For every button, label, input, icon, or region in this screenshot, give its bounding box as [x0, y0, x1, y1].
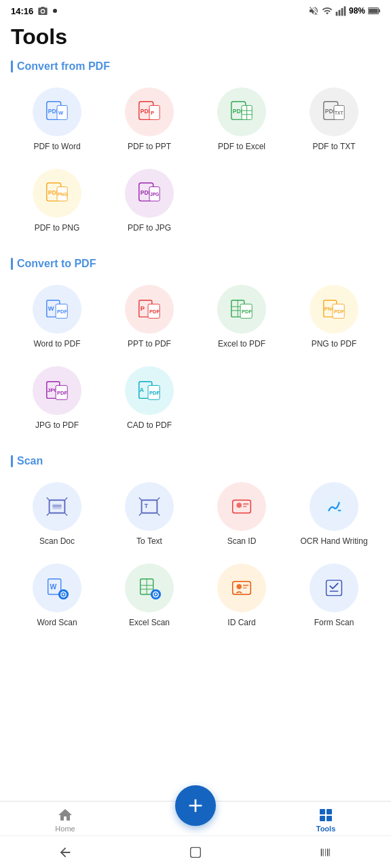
pdf-to-word-icon-wrap: PDF W: [33, 87, 81, 136]
nav-tools[interactable]: Tools: [299, 807, 353, 833]
tool-pdf-to-jpg[interactable]: PDF JPG PDF to JPG: [103, 163, 196, 242]
pdf-to-jpg-icon: PDF JPG: [136, 180, 162, 206]
word-scan-icon: W: [44, 575, 70, 601]
tool-jpg-to-pdf[interactable]: JPG PDF JPG to PDF: [11, 361, 103, 439]
tool-pdf-to-ppt[interactable]: PDF P PDF to PPT: [103, 82, 196, 161]
svg-text:JPG: JPG: [150, 191, 159, 196]
jpg-to-pdf-icon: JPG PDF: [44, 378, 70, 403]
ppt-to-pdf-icon-wrap: P PDF: [125, 285, 174, 334]
jpg-to-pdf-icon-wrap: JPG PDF: [33, 366, 81, 415]
section-header-convert-to-pdf: Convert to PDF: [11, 258, 380, 270]
fab-add-button[interactable]: [175, 785, 216, 826]
tool-ppt-to-pdf[interactable]: P PDF PPT to PDF: [103, 279, 196, 358]
tool-pdf-to-word[interactable]: PDF W PDF to Word: [11, 82, 103, 161]
convert-from-pdf-grid: PDF W PDF to Word PDF P PDF: [11, 82, 380, 241]
svg-rect-75: [243, 504, 249, 505]
pdf-to-word-label: PDF to Word: [33, 142, 80, 153]
tool-to-text[interactable]: T To Text: [103, 477, 196, 555]
pdf-to-png-icon: PDF PNG: [44, 180, 70, 206]
svg-point-0: [53, 9, 57, 13]
svg-text:PDF: PDF: [57, 389, 68, 395]
tool-excel-to-pdf[interactable]: PDF Excel to PDF: [196, 279, 288, 358]
pdf-to-excel-icon-wrap: PDF: [217, 87, 266, 136]
svg-text:P: P: [151, 110, 154, 116]
tool-id-card[interactable]: ID Card: [196, 558, 288, 637]
scan-id-icon: [229, 494, 255, 519]
android-nav-bar: [0, 835, 391, 868]
section-convert-to-pdf: Convert to PDF W PDF Word to PDF: [0, 258, 391, 450]
svg-rect-7: [369, 9, 378, 14]
svg-point-88: [155, 593, 157, 595]
time: 14:16: [11, 6, 33, 16]
scan-id-icon-wrap: [217, 482, 266, 531]
tool-pdf-to-excel[interactable]: PDF PDF to Excel: [196, 82, 288, 161]
tool-form-scan[interactable]: Form Scan: [288, 558, 380, 637]
mute-icon: [308, 5, 319, 16]
form-scan-label: Form Scan: [314, 618, 354, 629]
plus-icon: [185, 795, 206, 816]
nav-home-label: Home: [55, 825, 75, 833]
svg-text:PDF: PDF: [149, 389, 160, 395]
jpg-to-pdf-label: JPG to PDF: [35, 420, 79, 431]
tool-scan-id[interactable]: Scan ID: [196, 477, 288, 555]
tool-pdf-to-txt[interactable]: PDF TXT PDF to TXT: [288, 82, 380, 161]
svg-line-61: [47, 498, 50, 500]
svg-rect-96: [327, 809, 332, 814]
dot-icon: [52, 8, 58, 14]
section-header-convert-from-pdf: Convert from PDF: [11, 60, 380, 73]
android-recent-icon[interactable]: [318, 845, 333, 860]
svg-text:PDF: PDF: [57, 309, 68, 315]
to-text-icon: T: [136, 494, 162, 519]
form-scan-icon: [321, 575, 347, 601]
bars-icon: [335, 5, 346, 16]
tool-ocr-hand-writing[interactable]: OCR Hand Writing: [288, 477, 380, 555]
pdf-to-excel-icon: PDF: [229, 99, 255, 125]
tool-excel-scan[interactable]: Excel Scan: [103, 558, 196, 637]
scan-doc-icon-wrap: [33, 482, 81, 531]
tool-scan-doc[interactable]: Scan Doc: [11, 477, 103, 555]
ppt-to-pdf-icon: P PDF: [136, 296, 162, 322]
id-card-label: ID Card: [227, 618, 255, 629]
pdf-to-txt-icon-wrap: PDF TXT: [310, 87, 358, 136]
scan-doc-label: Scan Doc: [39, 536, 75, 547]
ocr-hand-writing-label: OCR Hand Writing: [300, 536, 367, 547]
svg-text:W: W: [50, 583, 57, 591]
pdf-to-jpg-label: PDF to JPG: [128, 223, 171, 234]
svg-text:T: T: [144, 502, 148, 509]
svg-line-69: [139, 498, 142, 500]
id-card-icon: [229, 575, 255, 601]
section-bar: [11, 60, 13, 73]
tool-pdf-to-png[interactable]: PDF PNG PDF to PNG: [11, 163, 103, 242]
ppt-to-pdf-label: PPT to PDF: [128, 339, 171, 350]
section-header-scan: Scan: [11, 455, 380, 467]
svg-rect-6: [379, 9, 380, 13]
tool-word-scan[interactable]: W Word Scan: [11, 558, 103, 637]
pdf-to-png-icon-wrap: PDF PNG: [33, 169, 81, 218]
section-scan: Scan Scan Doc: [0, 455, 391, 647]
svg-rect-3: [341, 8, 343, 16]
pdf-to-png-label: PDF to PNG: [35, 223, 80, 234]
tool-cad-to-pdf[interactable]: A PDF CAD to PDF: [103, 361, 196, 439]
svg-point-77: [324, 496, 344, 517]
tool-png-to-pdf[interactable]: PNG PDF PNG to PDF: [288, 279, 380, 358]
battery-icon: [368, 7, 380, 15]
word-to-pdf-label: Word to PDF: [33, 339, 80, 350]
convert-to-pdf-grid: W PDF Word to PDF P PDF PPT: [11, 279, 380, 439]
battery-level: 98%: [349, 6, 365, 16]
section-bar-2: [11, 258, 13, 270]
svg-rect-1: [336, 12, 338, 16]
png-to-pdf-icon: PNG PDF: [321, 296, 347, 322]
nav-home[interactable]: Home: [38, 807, 92, 833]
word-scan-icon-wrap: W: [33, 564, 81, 612]
tool-word-to-pdf[interactable]: W PDF Word to PDF: [11, 279, 103, 358]
svg-text:PDF: PDF: [242, 309, 253, 315]
svg-rect-97: [320, 816, 325, 821]
svg-line-71: [139, 513, 142, 516]
png-to-pdf-icon-wrap: PNG PDF: [310, 285, 358, 334]
home-icon: [57, 807, 73, 823]
status-bar: 14:16 98%: [0, 0, 391, 19]
android-home-icon[interactable]: [188, 845, 203, 860]
svg-rect-65: [52, 505, 61, 510]
tools-icon: [318, 807, 334, 823]
android-back-icon[interactable]: [58, 845, 73, 860]
